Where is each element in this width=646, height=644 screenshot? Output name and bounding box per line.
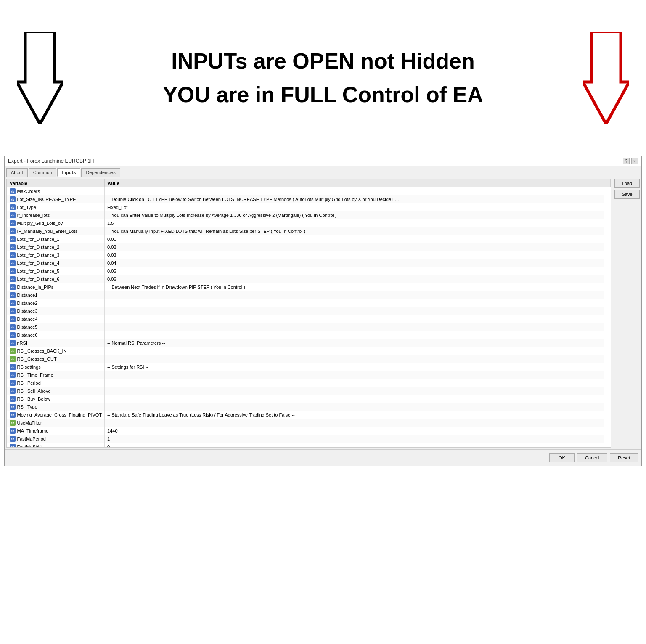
value-cell[interactable] bbox=[105, 187, 604, 195]
table-row[interactable]: abDistance3 bbox=[7, 307, 611, 315]
value-cell[interactable] bbox=[105, 355, 604, 363]
tab-about[interactable]: About bbox=[6, 168, 28, 177]
value-cell[interactable]: -- Between Next Trades if in Drawdown PI… bbox=[105, 283, 604, 291]
tab-common[interactable]: Common bbox=[29, 168, 57, 177]
table-row[interactable]: abIf_Increase_lots-- You can Enter Value… bbox=[7, 211, 611, 219]
table-row[interactable]: abRSI_Period bbox=[7, 379, 611, 387]
value-cell[interactable]: -- Double Click on LOT TYPE Below to Swi… bbox=[105, 195, 604, 203]
ok-button[interactable]: OK bbox=[549, 453, 575, 462]
table-row[interactable]: abDistance1 bbox=[7, 291, 611, 299]
table-row[interactable]: abRSI_Type bbox=[7, 403, 611, 411]
table-row[interactable]: abFastMaShift0 bbox=[7, 443, 611, 448]
value-cell[interactable]: 0.05 bbox=[105, 267, 604, 275]
table-row[interactable]: abLots_for_Distance_20.02 bbox=[7, 243, 611, 251]
value-cell[interactable] bbox=[105, 315, 604, 323]
table-row[interactable]: abLot_Size_INCREASE_TYPE-- Double Click … bbox=[7, 195, 611, 203]
table-row[interactable]: abDistance2 bbox=[7, 299, 611, 307]
table-row[interactable]: abMoving_Average_Cross_Floating_PIVOT-- … bbox=[7, 411, 611, 419]
table-row[interactable]: abIF_Manually_You_Enter_Lots-- You can M… bbox=[7, 227, 611, 235]
table-row[interactable]: abLots_for_Distance_50.05 bbox=[7, 267, 611, 275]
value-cell[interactable]: Fixed_Lot bbox=[105, 203, 604, 211]
help-button[interactable]: ? bbox=[623, 158, 630, 164]
variable-cell: abLots_for_Distance_3 bbox=[7, 251, 105, 259]
value-cell[interactable] bbox=[105, 307, 604, 315]
variable-type-icon: ab bbox=[10, 284, 16, 290]
variable-type-icon: ab bbox=[10, 324, 16, 330]
table-row[interactable]: abLots_for_Distance_40.04 bbox=[7, 259, 611, 267]
table-row[interactable]: abRSI_Crosses_BACK_IN bbox=[7, 347, 611, 355]
table-row[interactable]: abLots_for_Distance_10.01 bbox=[7, 235, 611, 243]
value-cell[interactable]: -- Settings for RSI -- bbox=[105, 363, 604, 371]
table-row[interactable]: abDistance4 bbox=[7, 315, 611, 323]
value-cell[interactable]: 0.01 bbox=[105, 235, 604, 243]
left-arrow-icon bbox=[17, 32, 63, 124]
load-button[interactable]: Load bbox=[614, 179, 640, 188]
value-cell[interactable]: -- Standard Safe Trading Leave as True (… bbox=[105, 411, 604, 419]
variable-name: RSI_Crosses_BACK_IN bbox=[17, 348, 67, 354]
value-cell[interactable] bbox=[105, 299, 604, 307]
save-button[interactable]: Save bbox=[614, 190, 640, 199]
table-container[interactable]: Variable Value abMaxOrdersabLot_Size_INC… bbox=[6, 179, 611, 448]
value-cell[interactable] bbox=[105, 403, 604, 411]
table-row[interactable]: abnRSI-- Normal RSI Parameters -- bbox=[7, 339, 611, 347]
table-row[interactable]: abMA_Timeframe1440 bbox=[7, 427, 611, 435]
col-header-scroll bbox=[604, 179, 611, 187]
close-button[interactable]: × bbox=[631, 158, 638, 164]
variable-cell: abMA_Timeframe bbox=[7, 427, 105, 435]
variable-cell: abLot_Type bbox=[7, 203, 105, 211]
value-cell[interactable]: 1 bbox=[105, 435, 604, 443]
value-cell[interactable]: 0.04 bbox=[105, 259, 604, 267]
table-row[interactable]: abDistance6 bbox=[7, 331, 611, 339]
table-row[interactable]: abLots_for_Distance_60.06 bbox=[7, 275, 611, 283]
dialog-title: Expert - Forex Landmine EURGBP 1H bbox=[8, 158, 94, 164]
value-cell[interactable]: 0.02 bbox=[105, 243, 604, 251]
value-cell[interactable]: 1440 bbox=[105, 427, 604, 435]
table-row[interactable]: abRSI_Buy_Below bbox=[7, 395, 611, 403]
value-cell[interactable]: -- Normal RSI Parameters -- bbox=[105, 339, 604, 347]
value-cell[interactable]: 1.5 bbox=[105, 219, 604, 227]
table-row[interactable]: abDistance5 bbox=[7, 323, 611, 331]
value-cell[interactable] bbox=[105, 347, 604, 355]
table-row[interactable]: abDistance_in_PIPs-- Between Next Trades… bbox=[7, 283, 611, 291]
value-cell[interactable] bbox=[105, 371, 604, 379]
value-cell[interactable]: -- You can Manually Input FIXED LOTS tha… bbox=[105, 227, 604, 235]
value-cell[interactable]: 0.06 bbox=[105, 275, 604, 283]
variable-type-icon: ab bbox=[10, 388, 16, 394]
value-cell[interactable] bbox=[105, 387, 604, 395]
table-row[interactable]: abMaxOrders bbox=[7, 187, 611, 195]
value-cell[interactable] bbox=[105, 331, 604, 339]
value-cell[interactable]: -- You can Enter Value to Multiply Lots … bbox=[105, 211, 604, 219]
variable-name: Lot_Size_INCREASE_TYPE bbox=[17, 197, 76, 202]
table-row[interactable]: abRSI_Crosses_OUT bbox=[7, 355, 611, 363]
variable-name: RSI_Sell_Above bbox=[17, 388, 51, 393]
table-row[interactable]: abUseMaFilter bbox=[7, 419, 611, 427]
expert-dialog: Expert - Forex Landmine EURGBP 1H ? × Ab… bbox=[4, 156, 642, 466]
table-row[interactable]: abRSIsettings-- Settings for RSI -- bbox=[7, 363, 611, 371]
value-cell[interactable] bbox=[105, 323, 604, 331]
reset-button[interactable]: Reset bbox=[610, 453, 638, 462]
table-row[interactable]: abRSI_Time_Frame bbox=[7, 371, 611, 379]
value-cell[interactable]: 0 bbox=[105, 443, 604, 448]
svg-marker-0 bbox=[17, 32, 63, 124]
variable-type-icon: ab bbox=[10, 444, 16, 448]
table-row[interactable]: abFastMaPeriod1 bbox=[7, 435, 611, 443]
table-row[interactable]: abMultiply_Grid_Lots_by1.5 bbox=[7, 219, 611, 227]
cancel-button[interactable]: Cancel bbox=[577, 453, 607, 462]
col-header-variable: Variable bbox=[7, 179, 105, 187]
table-row[interactable]: abLots_for_Distance_30.03 bbox=[7, 251, 611, 259]
value-cell[interactable] bbox=[105, 291, 604, 299]
tab-dependencies[interactable]: Dependencies bbox=[81, 168, 120, 177]
value-cell[interactable]: 0.03 bbox=[105, 251, 604, 259]
value-cell[interactable] bbox=[105, 419, 604, 427]
value-cell[interactable] bbox=[105, 379, 604, 387]
variable-type-icon: ab bbox=[10, 412, 16, 418]
variable-type-icon: ab bbox=[10, 244, 16, 250]
variable-type-icon: ab bbox=[10, 372, 16, 378]
value-cell[interactable] bbox=[105, 395, 604, 403]
variable-cell: abIF_Manually_You_Enter_Lots bbox=[7, 227, 105, 235]
table-row[interactable]: abRSI_Sell_Above bbox=[7, 387, 611, 395]
variable-type-icon: ab bbox=[10, 356, 16, 362]
table-row[interactable]: abLot_TypeFixed_Lot bbox=[7, 203, 611, 211]
variable-cell: abDistance4 bbox=[7, 315, 105, 323]
tab-inputs[interactable]: Inputs bbox=[57, 168, 80, 177]
